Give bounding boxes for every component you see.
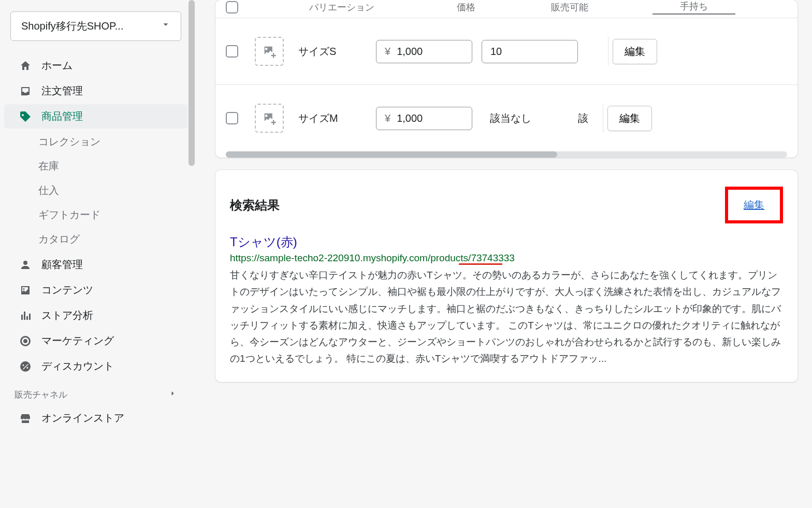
nav-section-channels: 販売チャネル	[0, 379, 192, 405]
search-result-url: https://sample-techo2-220910.myshopify.c…	[230, 252, 515, 264]
search-preview-title: 検索結果	[230, 197, 280, 214]
app-root: Shopify移行先SHOP... ホーム 注文管理 商品管理 コレクション 在…	[0, 0, 812, 508]
nav-analytics[interactable]: ストア分析	[4, 303, 187, 328]
store-selector[interactable]: Shopify移行先SHOP...	[10, 11, 181, 41]
search-preview-card: 検索結果 編集 Tシャツ(赤) https://sample-techo2-22…	[215, 170, 798, 382]
nav-products-label: 商品管理	[41, 109, 83, 123]
price-value: 1,000	[397, 46, 423, 58]
variant-name: サイズS	[298, 45, 376, 59]
bar-chart-icon	[19, 309, 32, 322]
variant-price-input[interactable]: ¥1,000	[376, 40, 472, 63]
column-divider	[608, 37, 608, 66]
nav-customers-label: 顧客管理	[41, 258, 83, 272]
variant-image-placeholder[interactable]	[255, 37, 284, 66]
col-header-available: 販売可能	[518, 1, 621, 13]
person-icon	[19, 258, 32, 272]
caret-down-icon	[161, 20, 170, 32]
nav-purchase[interactable]: 仕入	[0, 178, 192, 203]
variant-available-input[interactable]: 10	[482, 40, 578, 63]
search-result-title: Tシャツ(赤)	[230, 234, 783, 250]
variants-card: バリエーション 価格 販売可能 手持ち サイズS ¥1,000 10	[215, 0, 798, 158]
search-preview-edit-link[interactable]: 編集	[744, 199, 764, 210]
nav-online-store[interactable]: オンラインストア	[4, 406, 187, 430]
search-result-url-text: https://sample-techo2-220910.myshopify.c…	[230, 252, 515, 263]
nav-section-channels-label: 販売チャネル	[15, 389, 67, 401]
nav-analytics-label: ストア分析	[41, 308, 93, 322]
variant-available-text: 該当なし	[482, 111, 578, 125]
home-icon	[19, 59, 32, 73]
horizontal-scrollbar[interactable]	[226, 151, 787, 158]
variant-name: サイズM	[298, 111, 376, 125]
sidebar-scrollbar-thumb[interactable]	[189, 0, 195, 166]
inbox-icon	[19, 84, 32, 98]
col-header-onhand[interactable]: 手持ち	[653, 0, 735, 15]
nav-marketing[interactable]: マーケティング	[4, 329, 187, 353]
col-header-variation: バリエーション	[269, 1, 414, 13]
nav-home[interactable]: ホーム	[4, 53, 187, 78]
image-add-icon	[262, 44, 277, 59]
variant-edit-button[interactable]: 編集	[607, 106, 652, 131]
target-icon	[19, 334, 32, 348]
nav-orders-label: 注文管理	[41, 84, 83, 98]
search-result-description: 甘くなりすぎない辛口テイストが魅力の赤いTシャツ。その勢いのあるカラーが、さらに…	[230, 267, 783, 368]
tag-icon	[19, 110, 32, 123]
variant-edit-button[interactable]: 編集	[613, 39, 657, 64]
nav-marketing-label: マーケティング	[41, 334, 114, 348]
variants-header-row: バリエーション 価格 販売可能 手持ち	[215, 0, 798, 18]
store-icon	[19, 412, 32, 425]
variant-price-input[interactable]: ¥1,000	[376, 107, 472, 130]
nav-secondary: 顧客管理 コンテンツ ストア分析 マーケティング ディスカウント	[0, 252, 192, 378]
horizontal-scrollbar-thumb[interactable]	[226, 151, 557, 158]
nav-collections[interactable]: コレクション	[0, 130, 192, 154]
nav-products-sub: コレクション 在庫 仕入 ギフトカード カタログ	[0, 130, 192, 251]
select-all-checkbox[interactable]	[226, 1, 238, 13]
nav-products[interactable]: 商品管理	[4, 104, 187, 129]
store-selector-label: Shopify移行先SHOP...	[21, 19, 123, 33]
nav-primary: ホーム 注文管理 商品管理	[0, 53, 192, 129]
column-divider	[603, 104, 603, 133]
nav-orders[interactable]: 注文管理	[4, 79, 187, 103]
chevron-right-icon[interactable]	[169, 389, 177, 400]
variant-onhand: 該	[578, 111, 599, 125]
nav-customers[interactable]: 顧客管理	[4, 252, 187, 277]
nav-content-label: コンテンツ	[41, 283, 93, 297]
search-preview-header: 検索結果 編集	[230, 187, 783, 223]
currency-symbol: ¥	[385, 112, 390, 124]
main-content: バリエーション 価格 販売可能 手持ち サイズS ¥1,000 10	[192, 0, 812, 508]
variant-row: サイズS ¥1,000 10 編集	[215, 18, 798, 84]
nav-inventory[interactable]: 在庫	[0, 154, 192, 178]
image-add-icon	[262, 111, 277, 125]
url-highlight-underline	[459, 263, 502, 265]
edit-highlight-box: 編集	[725, 187, 783, 223]
nav-online-store-label: オンラインストア	[41, 411, 124, 425]
currency-symbol: ¥	[385, 46, 390, 58]
nav-catalog[interactable]: カタログ	[0, 227, 192, 251]
variant-row: サイズM ¥1,000 該当なし 該 編集	[215, 84, 798, 151]
nav-channels: オンラインストア	[0, 406, 192, 430]
discount-icon	[19, 360, 32, 373]
col-header-price: 価格	[414, 1, 518, 13]
nav-gift-cards[interactable]: ギフトカード	[0, 203, 192, 227]
sidebar: Shopify移行先SHOP... ホーム 注文管理 商品管理 コレクション 在…	[0, 0, 192, 508]
available-value: 10	[490, 46, 502, 57]
variant-checkbox[interactable]	[226, 112, 238, 124]
nav-content[interactable]: コンテンツ	[4, 278, 187, 302]
variant-checkbox[interactable]	[226, 45, 238, 58]
nav-discounts-label: ディスカウント	[41, 359, 114, 373]
price-value: 1,000	[397, 112, 423, 124]
variant-image-placeholder[interactable]	[255, 104, 284, 133]
image-icon	[19, 284, 32, 297]
nav-home-label: ホーム	[41, 59, 72, 73]
nav-discounts[interactable]: ディスカウント	[4, 354, 187, 378]
sidebar-scrollbar[interactable]	[189, 0, 195, 508]
